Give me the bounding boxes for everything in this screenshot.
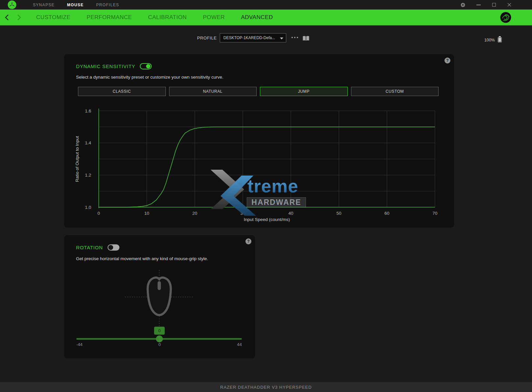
tab-customize[interactable]: CUSTOMIZE bbox=[36, 14, 70, 21]
rotation-description: Get precise horizontal movement with any… bbox=[76, 256, 208, 261]
preset-button-natural[interactable]: NATURAL bbox=[169, 87, 257, 96]
toggle-knob bbox=[146, 64, 150, 68]
battery-percent: 100% bbox=[484, 38, 495, 42]
x-axis-label: Input Speed (count/ms) bbox=[244, 217, 290, 222]
dynamic-sensitivity-title: DYNAMIC SENSITIVITY bbox=[76, 63, 135, 69]
dynamic-sensitivity-toggle[interactable] bbox=[140, 63, 152, 69]
y-tick-label: 1.4 bbox=[85, 140, 91, 145]
device-footer-bar: RAZER DEATHADDER V3 HYPERSPEED bbox=[0, 382, 532, 392]
mouse-rotation-figure bbox=[120, 268, 199, 334]
titlebar-tabs: SYNAPSEMOUSEPROFILES bbox=[33, 0, 119, 10]
close-button[interactable] bbox=[504, 0, 515, 10]
rotation-slider-thumb[interactable] bbox=[156, 335, 163, 342]
titlebar: SYNAPSEMOUSEPROFILES bbox=[0, 0, 532, 10]
x-tick-label: 20 bbox=[192, 211, 197, 216]
chevron-right-icon bbox=[17, 14, 21, 21]
maximize-button[interactable] bbox=[488, 0, 499, 10]
minimize-button[interactable] bbox=[473, 0, 484, 10]
watermark-subtext: HARDWARE bbox=[247, 197, 306, 208]
tab-calibration[interactable]: CALIBRATION bbox=[148, 14, 187, 21]
slider-max-label: 44 bbox=[237, 342, 242, 347]
rotation-panel: ? ROTATION Get precise horizontal moveme… bbox=[64, 235, 255, 358]
x-tick-label: 60 bbox=[384, 211, 389, 216]
profile-select-value: DESKTOP-1KAREDD-Defa... bbox=[223, 36, 275, 40]
y-tick-label: 1.6 bbox=[85, 109, 91, 113]
x-tick-label: 70 bbox=[432, 211, 437, 216]
device-nav-bar: CUSTOMIZEPERFORMANCECALIBRATIONPOWERADVA… bbox=[0, 10, 532, 25]
gear-icon bbox=[460, 2, 466, 8]
help-icon[interactable]: ? bbox=[245, 238, 251, 244]
chevron-down-icon bbox=[280, 37, 283, 39]
forward-arrow-button[interactable] bbox=[14, 12, 24, 22]
tab-advanced[interactable]: ADVANCED bbox=[241, 14, 273, 21]
preset-button-custom[interactable]: CUSTOM bbox=[351, 87, 439, 96]
titlebar-tab-mouse[interactable]: MOUSE bbox=[67, 3, 84, 7]
settings-gear-button[interactable] bbox=[457, 0, 469, 10]
razer-synapse-window: SYNAPSEMOUSEPROFILES CU bbox=[0, 0, 532, 392]
avatar[interactable] bbox=[500, 12, 511, 23]
slider-min-label: -44 bbox=[76, 342, 83, 347]
toggle-knob bbox=[108, 245, 113, 250]
tab-performance[interactable]: PERFORMANCE bbox=[87, 14, 132, 21]
tab-power[interactable]: POWER bbox=[203, 14, 225, 21]
preset-button-classic[interactable]: CLASSIC bbox=[78, 87, 166, 96]
device-nav-tabs: CUSTOMIZEPERFORMANCECALIBRATIONPOWERADVA… bbox=[36, 10, 273, 25]
slider-center-label: 0 bbox=[158, 342, 161, 347]
razer-logo-icon[interactable] bbox=[8, 0, 16, 9]
sensitivity-preset-row: CLASSICNATURALJUMPCUSTOM bbox=[78, 87, 439, 96]
dynamic-sensitivity-description: Select a dynamic sensitivity preset or c… bbox=[76, 75, 223, 80]
back-arrow-button[interactable] bbox=[2, 12, 12, 22]
minimize-icon bbox=[476, 5, 481, 5]
preset-button-jump[interactable]: JUMP bbox=[260, 87, 348, 96]
maximize-icon bbox=[492, 3, 496, 7]
titlebar-tab-profiles[interactable]: PROFILES bbox=[96, 3, 119, 7]
close-icon bbox=[507, 3, 512, 7]
y-axis-label: Ratio of Output to Input bbox=[75, 136, 80, 182]
scroll-wheel bbox=[158, 281, 161, 290]
profile-guide-book-icon[interactable] bbox=[302, 36, 310, 41]
watermark-text: treme bbox=[247, 176, 298, 197]
more-options-button[interactable] bbox=[291, 37, 298, 38]
x-tick-label: 0 bbox=[97, 211, 100, 216]
profile-label: PROFILE bbox=[197, 36, 217, 40]
rotation-toggle[interactable] bbox=[108, 244, 119, 251]
battery-icon bbox=[498, 36, 502, 42]
titlebar-tab-synapse[interactable]: SYNAPSE bbox=[33, 3, 55, 7]
y-tick-label: 1.2 bbox=[85, 173, 91, 178]
mouse-icon bbox=[148, 278, 171, 315]
rotation-value-badge: 0 bbox=[154, 327, 165, 335]
xtreme-hardware-watermark: treme HARDWARE bbox=[208, 167, 310, 216]
y-tick-label: 1.0 bbox=[85, 205, 91, 210]
x-tick-label: 10 bbox=[144, 211, 149, 216]
profile-row: PROFILE DESKTOP-1KAREDD-Defa... 100% bbox=[0, 31, 532, 48]
help-icon[interactable]: ? bbox=[444, 58, 450, 63]
x-tick-label: 50 bbox=[336, 211, 341, 216]
device-name: RAZER DEATHADDER V3 HYPERSPEED bbox=[220, 385, 312, 390]
rotation-title: ROTATION bbox=[76, 245, 103, 250]
chevron-left-icon bbox=[5, 14, 9, 21]
profile-select[interactable]: DESKTOP-1KAREDD-Defa... bbox=[220, 33, 286, 42]
